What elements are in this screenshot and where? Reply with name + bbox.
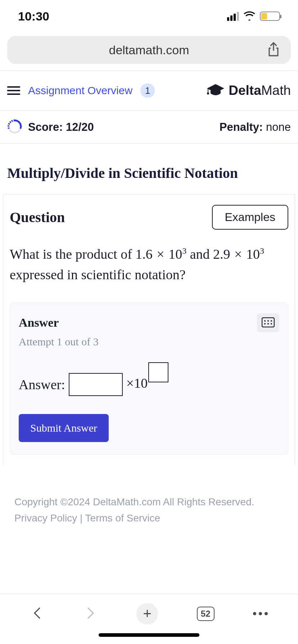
svg-point-7 bbox=[264, 323, 266, 325]
score-bar: Score: 12/20 Penalty: none bbox=[0, 111, 298, 144]
question-card: Question Examples What is the product of… bbox=[3, 194, 295, 465]
assignment-overview-link[interactable]: Assignment Overview bbox=[28, 84, 132, 97]
svg-point-4 bbox=[264, 320, 266, 322]
ios-status-bar: 10:30 bbox=[0, 0, 298, 36]
svg-point-9 bbox=[271, 323, 272, 325]
svg-rect-3 bbox=[262, 318, 274, 327]
copyright-text: Copyright ©2024 DeltaMath.com All Rights… bbox=[14, 494, 288, 510]
graduation-cap-icon bbox=[206, 83, 225, 98]
penalty-text: Penalty: none bbox=[220, 121, 291, 134]
tabs-button[interactable]: 52 bbox=[197, 607, 215, 621]
topic-title: Multiply/Divide in Scientific Notation bbox=[0, 144, 298, 194]
svg-point-6 bbox=[271, 320, 272, 322]
answer-header: Answer bbox=[19, 313, 279, 332]
keyboard-button[interactable] bbox=[257, 313, 279, 332]
main-content: Multiply/Divide in Scientific Notation Q… bbox=[0, 144, 298, 594]
app-header: Assignment Overview 1 DeltaMath bbox=[0, 70, 298, 111]
question-label: Question bbox=[10, 209, 65, 226]
score-text: Score: 12/20 bbox=[28, 121, 94, 134]
footer: Copyright ©2024 DeltaMath.com All Rights… bbox=[0, 465, 298, 534]
forward-button[interactable] bbox=[83, 606, 98, 622]
svg-point-5 bbox=[267, 320, 269, 322]
deltamath-logo[interactable]: DeltaMath bbox=[206, 83, 291, 98]
question-text: What is the product of 1.6 × 103 and 2.9… bbox=[10, 244, 288, 285]
new-tab-button[interactable]: + bbox=[136, 603, 158, 625]
battery-icon bbox=[260, 12, 280, 21]
answer-input-row: Answer: ×10 bbox=[19, 373, 279, 396]
browser-toolbar: + 52 bbox=[0, 594, 298, 633]
attempt-text: Attempt 1 out of 3 bbox=[19, 336, 279, 348]
home-indicator[interactable] bbox=[0, 633, 298, 644]
answer-card: Answer Attempt 1 out of 3 Answer: ×10 Su… bbox=[10, 302, 288, 455]
question-header: Question Examples bbox=[10, 205, 288, 230]
wifi-icon bbox=[243, 10, 256, 22]
address-bar[interactable]: deltamath.com bbox=[7, 36, 291, 64]
overview-count-badge: 1 bbox=[140, 83, 155, 98]
back-button[interactable] bbox=[30, 606, 45, 622]
examples-button[interactable]: Examples bbox=[212, 205, 289, 230]
share-icon[interactable] bbox=[267, 42, 280, 58]
status-icons bbox=[227, 10, 280, 22]
cellular-signal-icon bbox=[227, 12, 239, 21]
logo-text: DeltaMath bbox=[229, 83, 291, 98]
times-ten-label: ×10 bbox=[126, 376, 148, 391]
address-url: deltamath.com bbox=[109, 43, 189, 57]
answer-prompt: Answer: bbox=[19, 377, 65, 392]
browser-address-area: deltamath.com bbox=[0, 36, 298, 64]
progress-spinner-icon bbox=[7, 119, 22, 135]
submit-answer-button[interactable]: Submit Answer bbox=[19, 414, 109, 442]
keyboard-icon bbox=[262, 317, 275, 328]
hamburger-icon[interactable] bbox=[7, 86, 20, 95]
terms-link[interactable]: Terms of Service bbox=[85, 512, 161, 524]
privacy-policy-link[interactable]: Privacy Policy bbox=[14, 512, 77, 524]
exponent-input[interactable] bbox=[148, 362, 168, 382]
answer-label: Answer bbox=[19, 316, 59, 330]
svg-point-8 bbox=[267, 323, 269, 325]
more-menu-icon[interactable] bbox=[253, 612, 268, 615]
status-time: 10:30 bbox=[18, 9, 49, 23]
coefficient-input[interactable] bbox=[69, 373, 123, 396]
